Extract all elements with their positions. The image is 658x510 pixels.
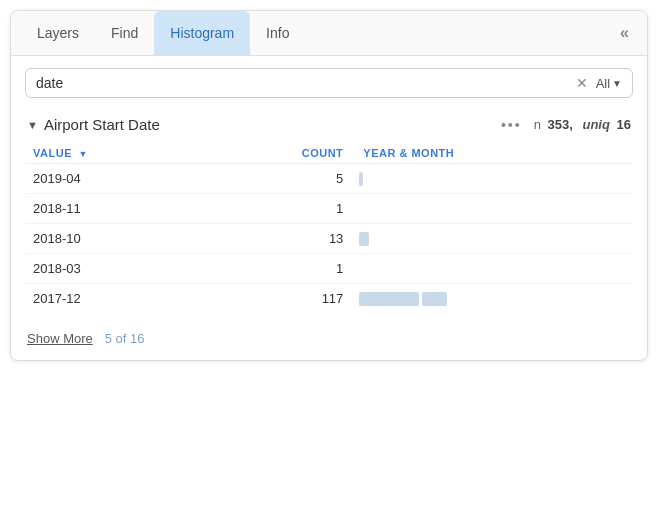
table-row: 2017-12117 — [25, 284, 633, 314]
table-row: 2018-1013 — [25, 224, 633, 254]
cell-value: 2018-03 — [25, 254, 205, 284]
cell-value: 2018-11 — [25, 194, 205, 224]
uniq-value: 16 — [617, 117, 631, 132]
table-header-row: VALUE ▼ COUNT YEAR & MONTH — [25, 141, 633, 164]
section-stats: n 353, uniq 16 — [534, 117, 631, 132]
col-header-count: COUNT — [205, 141, 351, 164]
show-more-button[interactable]: Show More — [27, 331, 93, 346]
table-row: 2018-031 — [25, 254, 633, 284]
tab-layers[interactable]: Layers — [21, 11, 95, 55]
data-table: VALUE ▼ COUNT YEAR & MONTH 2019-0452018-… — [25, 141, 633, 313]
tab-histogram[interactable]: Histogram — [154, 11, 250, 55]
search-clear-icon[interactable]: ✕ — [576, 75, 588, 91]
sort-arrow-icon: ▼ — [79, 149, 88, 159]
cell-value: 2018-10 — [25, 224, 205, 254]
cell-value: 2017-12 — [25, 284, 205, 314]
cell-count: 117 — [205, 284, 351, 314]
collapse-button[interactable]: « — [612, 16, 637, 50]
cell-value: 2019-04 — [25, 164, 205, 194]
cell-count: 1 — [205, 194, 351, 224]
cell-bar — [351, 194, 633, 224]
search-bar: ✕ All ▼ — [25, 68, 633, 98]
search-input[interactable] — [36, 75, 576, 91]
filter-label: All — [596, 76, 610, 91]
n-label: n — [534, 117, 541, 132]
col-header-bar: YEAR & MONTH — [351, 141, 633, 164]
table-row: 2019-045 — [25, 164, 633, 194]
tab-bar: Layers Find Histogram Info « — [11, 11, 647, 56]
cell-bar — [351, 254, 633, 284]
uniq-label: uniq — [582, 117, 609, 132]
data-table-wrapper: VALUE ▼ COUNT YEAR & MONTH 2019-0452018-… — [11, 137, 647, 321]
cell-count: 5 — [205, 164, 351, 194]
section-header: ▼ Airport Start Date ••• n 353, uniq 16 — [11, 110, 647, 137]
histogram-panel: Layers Find Histogram Info « ✕ All ▼ ▼ A… — [10, 10, 648, 361]
section-menu-icon[interactable]: ••• — [501, 117, 522, 133]
filter-arrow-icon: ▼ — [612, 78, 622, 89]
cell-bar — [351, 164, 633, 194]
n-value: 353, — [548, 117, 573, 132]
section-title: Airport Start Date — [44, 116, 501, 133]
cell-bar — [351, 284, 633, 314]
tab-info[interactable]: Info — [250, 11, 305, 55]
tab-find[interactable]: Find — [95, 11, 154, 55]
cell-bar — [351, 224, 633, 254]
table-row: 2018-111 — [25, 194, 633, 224]
cell-count: 13 — [205, 224, 351, 254]
col-header-value[interactable]: VALUE ▼ — [25, 141, 205, 164]
section-toggle-icon[interactable]: ▼ — [27, 119, 38, 131]
search-filter-dropdown[interactable]: All ▼ — [596, 76, 622, 91]
cell-count: 1 — [205, 254, 351, 284]
pagination-text: 5 of 16 — [105, 331, 145, 346]
table-footer: Show More 5 of 16 — [11, 321, 647, 360]
